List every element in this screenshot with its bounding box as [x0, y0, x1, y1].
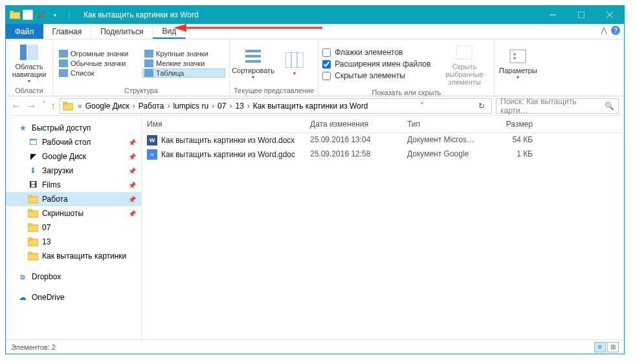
folder-icon	[28, 237, 38, 247]
panes-icon	[19, 42, 39, 63]
hide-selected-button[interactable]: Скрыть выбранные элементы	[438, 41, 490, 87]
svg-point-19	[513, 57, 516, 59]
history-dropdown[interactable]: ˅	[42, 100, 45, 112]
pin-icon: 📌	[128, 139, 136, 146]
forward-button[interactable]: →	[27, 100, 37, 112]
properties-icon[interactable]	[23, 10, 33, 20]
layout-small[interactable]: Мелкие значки	[142, 59, 225, 68]
view-icons-button[interactable]: ⊞	[607, 342, 619, 352]
tree-dropbox[interactable]: ⧈Dropbox	[6, 270, 141, 284]
pin-icon: 📌	[128, 167, 136, 175]
tree-downloads[interactable]: ⬇Загрузки📌	[6, 164, 141, 178]
tree-desktop[interactable]: 🗔Рабочий стол📌	[6, 135, 141, 149]
up-button[interactable]: ↑	[50, 100, 56, 112]
tree-screenshots[interactable]: Скриншоты📌	[6, 206, 141, 220]
svg-rect-29	[28, 238, 32, 240]
tree-07[interactable]: 07	[6, 220, 141, 235]
svg-rect-31	[28, 252, 32, 254]
tab-share[interactable]: Поделиться	[91, 24, 153, 39]
window-title: Как вытащить картинки из Word	[78, 10, 539, 19]
header-date[interactable]: Дата изменения	[305, 116, 402, 133]
titlebar: ☑ ▾ | Как вытащить картинки из Word	[6, 6, 624, 24]
dropdown-icon: ▾	[28, 78, 30, 84]
dropdown-icon: ▾	[517, 74, 519, 80]
item-count: Элементов: 2	[11, 343, 56, 351]
tree-work[interactable]: Работа📌	[6, 192, 141, 206]
layout-medium[interactable]: Обычные значки	[57, 59, 140, 68]
navigation-tree: ★Быстрый доступ 🗔Рабочий стол📌 ◤Google Д…	[6, 116, 142, 339]
status-bar: Элементов: 2 ≡ ⊞	[6, 339, 624, 354]
options-button[interactable]: Параметры ▾	[498, 45, 537, 81]
search-icon[interactable]: 🔍	[605, 102, 614, 111]
quick-access-toolbar: ☑ ▾ |	[6, 8, 78, 21]
dropdown-icon: ▾	[293, 70, 296, 76]
tree-current-folder[interactable]: Как вытащить картинки	[6, 249, 141, 263]
tree-google-drive[interactable]: ◤Google Диск📌	[6, 149, 141, 164]
breadcrumb[interactable]: « Google Диск› Работа› lumpics ru› 07› 1…	[60, 98, 492, 114]
header-size[interactable]: Размер	[486, 116, 538, 133]
navigation-pane-button[interactable]: Область навигации ▾	[10, 41, 49, 85]
folder-icon	[63, 102, 73, 111]
check-hidden-items[interactable]: Скрытые элементы	[322, 70, 430, 81]
films-icon: 🎞	[28, 180, 38, 190]
checkbox-icon[interactable]: ☑	[34, 8, 47, 21]
header-name[interactable]: Имя	[142, 116, 305, 133]
svg-marker-7	[173, 24, 186, 32]
close-button[interactable]	[596, 6, 624, 24]
columns-button[interactable]: ▾	[275, 48, 314, 78]
svg-rect-12	[245, 60, 261, 63]
address-bar-row: ← → ˅ ↑ « Google Диск› Работа› lumpics r…	[6, 96, 624, 116]
layout-extra-large[interactable]: Огромные значки	[57, 49, 140, 58]
svg-rect-3	[578, 12, 585, 18]
maximize-button[interactable]	[567, 6, 596, 24]
help-icon[interactable]: ?	[611, 26, 620, 35]
group-label-layout: Структура	[57, 85, 225, 96]
svg-rect-10	[245, 50, 261, 52]
onedrive-icon: ☁	[17, 292, 28, 303]
check-file-extensions[interactable]: Расширения имен файлов	[322, 58, 430, 70]
refresh-button[interactable]: ↻	[474, 102, 489, 111]
tree-films[interactable]: 🎞Films📌	[6, 178, 141, 192]
pin-icon: 📌	[128, 153, 136, 160]
layout-list[interactable]: Список	[57, 69, 140, 78]
svg-rect-17	[510, 50, 526, 63]
sort-icon	[243, 46, 263, 67]
svg-rect-11	[245, 55, 261, 58]
file-row[interactable]: ≡Как вытащить картинки из Word.gdoc 25.0…	[142, 147, 624, 162]
layout-details[interactable]: Таблица	[142, 69, 225, 78]
tree-quick-access[interactable]: ★Быстрый доступ	[6, 121, 141, 135]
downloads-icon: ⬇	[28, 166, 38, 176]
svg-point-18	[513, 53, 516, 56]
view-details-button[interactable]: ≡	[594, 342, 606, 352]
dropbox-icon: ⧈	[17, 272, 28, 282]
back-button[interactable]: ←	[11, 100, 21, 112]
search-input[interactable]: Поиск: Как вытащить карти… 🔍	[496, 98, 619, 114]
svg-rect-1	[10, 11, 14, 13]
sort-button[interactable]: Сортировать ▾	[234, 45, 273, 81]
layout-large[interactable]: Крупные значки	[142, 49, 225, 58]
svg-rect-9	[28, 45, 38, 60]
group-label-view: Текущее представление	[234, 85, 314, 96]
svg-rect-27	[28, 224, 32, 226]
tree-onedrive[interactable]: ☁OneDrive	[6, 290, 141, 305]
file-row[interactable]: WКак вытащить картинки из Word.docx 25.0…	[142, 133, 624, 147]
header-type[interactable]: Тип	[402, 116, 486, 133]
breadcrumb-dropdown[interactable]: ˅	[416, 102, 428, 111]
svg-rect-13	[285, 52, 304, 68]
check-item-checkboxes[interactable]: Флажки элементов	[322, 47, 430, 58]
folder-icon	[8, 8, 21, 21]
svg-rect-21	[63, 102, 67, 104]
options-icon	[507, 46, 528, 67]
tab-file[interactable]: Файл	[6, 24, 43, 39]
svg-rect-8	[20, 45, 27, 60]
tree-13[interactable]: 13	[6, 235, 141, 249]
svg-rect-25	[28, 209, 32, 211]
qat-dropdown-icon[interactable]: ▾	[49, 8, 61, 21]
ribbon: Область навигации ▾ Области Огромные зна…	[6, 39, 624, 96]
tab-home[interactable]: Главная	[43, 24, 92, 39]
dropdown-icon: ▾	[252, 74, 254, 80]
minimize-button[interactable]	[539, 6, 567, 24]
folder-icon	[28, 208, 38, 219]
gdoc-icon: ≡	[147, 149, 157, 160]
ribbon-collapse-icon[interactable]: ⋀	[601, 26, 607, 35]
